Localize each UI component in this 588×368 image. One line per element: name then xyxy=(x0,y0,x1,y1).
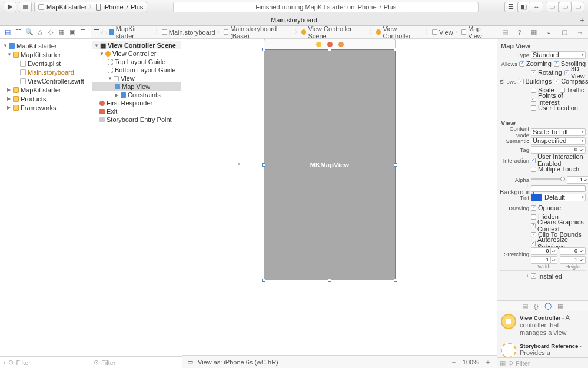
outline-filter-placeholder[interactable]: Filter xyxy=(101,359,115,366)
back-button[interactable]: ‹ xyxy=(101,29,104,36)
grid-toggle-icon[interactable]: ▦ xyxy=(500,359,506,367)
poi-checkbox[interactable]: Points of Interest xyxy=(531,95,586,103)
stretch-y-field[interactable]: ▴▾ xyxy=(560,247,586,255)
threeD-checkbox[interactable]: 3D View xyxy=(564,69,586,77)
first-responder-icon[interactable] xyxy=(327,42,333,47)
outline-exit[interactable]: Exit xyxy=(92,107,181,115)
file-main-storyboard[interactable]: Main.storyboard xyxy=(1,68,89,77)
outline-first-responder[interactable]: First Responder xyxy=(92,99,181,107)
zoom-in-button[interactable]: + xyxy=(484,359,492,366)
folder-frameworks[interactable]: Frameworks xyxy=(1,103,89,112)
compass-checkbox[interactable]: Compass xyxy=(554,78,588,85)
resize-handle[interactable] xyxy=(262,48,265,51)
debug-navigator-icon[interactable]: ▦ xyxy=(58,29,65,36)
forward-button[interactable]: › xyxy=(105,29,108,36)
outline-vc[interactable]: View Controller xyxy=(92,49,181,58)
identity-inspector-icon[interactable]: ▦ xyxy=(531,28,537,36)
stretch-w-field[interactable]: ▴▾ xyxy=(531,256,557,264)
tab-title[interactable]: Main.storyboard xyxy=(271,16,317,24)
type-select[interactable]: Standard▾ xyxy=(531,51,586,59)
version-editor-button[interactable]: ↔ xyxy=(530,2,543,12)
uie-checkbox[interactable]: User Interaction Enabled xyxy=(531,157,586,164)
outline-view[interactable]: View xyxy=(92,74,181,82)
jump-file[interactable]: Main.storyboard xyxy=(162,29,215,36)
size-inspector-icon[interactable]: ▢ xyxy=(562,28,567,36)
buildings-checkbox[interactable]: Buildings xyxy=(519,78,552,85)
content-mode-select[interactable]: Scale To Fill▾ xyxy=(531,128,586,136)
project-root[interactable]: MapKit starter xyxy=(1,41,89,50)
resize-handle[interactable] xyxy=(394,163,397,167)
resize-handle[interactable] xyxy=(262,163,265,167)
add-tab-button[interactable]: + xyxy=(580,15,584,25)
resize-handle[interactable] xyxy=(328,279,331,282)
outline-constraints[interactable]: Constraints xyxy=(92,91,181,99)
background-color-well[interactable] xyxy=(531,185,586,192)
ib-canvas[interactable]: → MKMapView xyxy=(182,39,497,368)
stretch-h-field[interactable]: ▴▾ xyxy=(560,256,586,264)
device-preview[interactable]: MKMapView xyxy=(264,39,396,280)
run-button[interactable] xyxy=(4,2,16,12)
outline-entry[interactable]: Storyboard Entry Point xyxy=(92,115,181,124)
mapview-on-canvas[interactable]: MKMapView xyxy=(264,49,396,280)
toggle-navigator-button[interactable]: ▭ xyxy=(546,2,559,12)
multitouch-checkbox[interactable]: Multiple Touch xyxy=(531,165,586,173)
autoresize-checkbox[interactable]: Autoresize Subviews xyxy=(531,240,586,247)
scene-header[interactable]: ▦ View Controller Scene xyxy=(92,41,181,49)
file-templates-icon[interactable]: ▤ xyxy=(522,302,528,310)
folder-mapkit-starter[interactable]: MapKit starter xyxy=(1,85,89,94)
jump-vc[interactable]: View Controller xyxy=(376,25,424,39)
scheme-selector[interactable]: MapKit starter 〉 iPhone 7 Plus xyxy=(34,2,147,12)
zooming-checkbox[interactable]: Zooming xyxy=(519,60,552,68)
clears-checkbox[interactable]: Clears Graphics Context xyxy=(531,222,586,230)
alpha-field[interactable]: ▴▾ xyxy=(567,176,586,184)
installed-checkbox[interactable]: Installed xyxy=(531,272,586,280)
add-file-button[interactable]: + xyxy=(2,359,6,366)
outline-bottom-guide[interactable]: Bottom Layout Guide xyxy=(92,66,181,74)
device-config-button[interactable]: ▭ xyxy=(187,358,193,366)
semantic-select[interactable]: Unspecified▾ xyxy=(531,137,586,145)
object-library-icon[interactable]: ◯ xyxy=(544,302,552,310)
resize-handle[interactable] xyxy=(394,48,397,51)
group-mapkit[interactable]: MapKit starter xyxy=(1,50,89,59)
stop-button[interactable] xyxy=(19,2,32,12)
library-filter-placeholder[interactable]: Filter xyxy=(516,360,530,367)
test-navigator-icon[interactable]: ◇ xyxy=(47,29,54,36)
find-navigator-icon[interactable]: 🔍 xyxy=(26,29,33,36)
jump-base[interactable]: Main.storyboard (Base) xyxy=(224,25,293,39)
userloc-checkbox[interactable]: User Location xyxy=(531,104,586,112)
connections-inspector-icon[interactable]: → xyxy=(577,29,583,36)
jump-scene[interactable]: View Controller Scene xyxy=(301,25,368,39)
attributes-inspector-icon[interactable]: ⌄ xyxy=(546,28,552,36)
resize-handle[interactable] xyxy=(328,48,331,51)
filter-placeholder[interactable]: Filter xyxy=(16,359,30,366)
rotating-checkbox[interactable]: Rotating xyxy=(531,69,562,77)
folder-products[interactable]: Products xyxy=(1,94,89,103)
toggle-inspector-button[interactable]: ▭ xyxy=(572,2,584,12)
library-item-storyboard-ref[interactable]: Storyboard Reference - Provides a placeh… xyxy=(497,340,588,357)
code-snippets-icon[interactable]: {} xyxy=(534,303,538,310)
library-item-vc[interactable]: View Controller - A controller that mana… xyxy=(497,311,588,340)
tag-field[interactable]: ▴▾ xyxy=(531,146,586,154)
zoom-out-button[interactable]: − xyxy=(450,359,458,366)
outline-toggle-icon[interactable]: ☰ xyxy=(94,28,99,36)
file-events-plist[interactable]: Events.plist xyxy=(1,59,89,68)
zoom-level[interactable]: 100% xyxy=(463,359,479,366)
outline-top-guide[interactable]: Top Layout Guide xyxy=(92,58,181,66)
stretch-x-field[interactable]: ▴▾ xyxy=(531,247,557,255)
report-navigator-icon[interactable]: ☰ xyxy=(79,29,87,36)
vc-icon[interactable] xyxy=(316,42,321,47)
project-navigator-icon[interactable]: ▤ xyxy=(4,29,11,36)
quickhelp-inspector-icon[interactable]: ? xyxy=(517,29,521,36)
breakpoint-navigator-icon[interactable]: ▣ xyxy=(69,29,76,36)
alpha-slider[interactable] xyxy=(531,177,565,182)
symbol-navigator-icon[interactable]: ☱ xyxy=(15,29,22,36)
outline-mapview[interactable]: Map View xyxy=(92,82,181,91)
jump-view[interactable]: View xyxy=(432,29,453,36)
standard-editor-button[interactable]: ☰ xyxy=(504,2,517,12)
assistant-editor-button[interactable]: ◧ xyxy=(517,2,530,12)
view-as-label[interactable]: View as: iPhone 6s (wC hR) xyxy=(198,359,278,366)
exit-icon[interactable] xyxy=(338,42,344,47)
resize-handle[interactable] xyxy=(262,279,265,282)
jump-project[interactable]: MapKit starter xyxy=(109,25,153,39)
resize-handle[interactable] xyxy=(394,279,397,282)
